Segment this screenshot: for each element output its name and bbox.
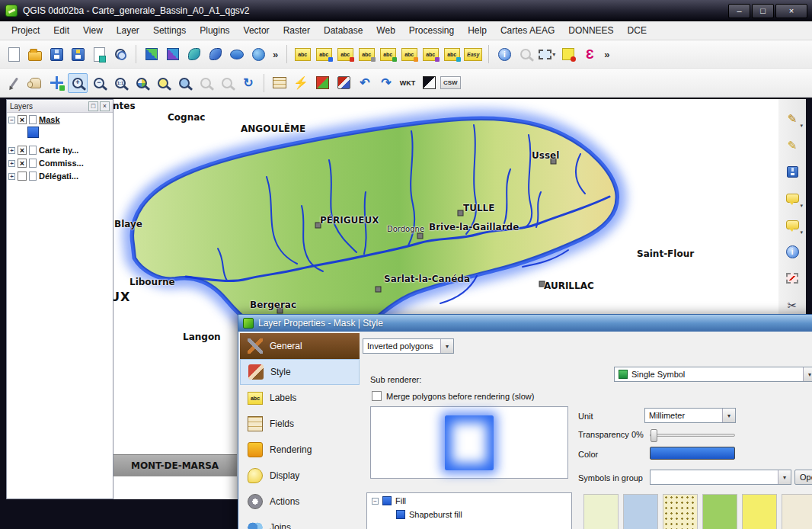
label-curved-icon[interactable]: abc	[442, 44, 462, 64]
panel-float-button[interactable]: □	[88, 101, 98, 111]
style-copy-icon[interactable]	[334, 73, 353, 93]
renderer-select[interactable]: Inverted polygons ▾	[363, 338, 454, 354]
symbol-preset-2[interactable]	[623, 494, 658, 529]
mask-symbol-row[interactable]	[7, 126, 113, 143]
tree-row-shapeburst[interactable]: Shapeburst fill	[367, 507, 571, 521]
wkt-tool-icon[interactable]: WKT	[398, 73, 417, 93]
refresh-map-icon[interactable]: ↻	[238, 73, 258, 93]
measure-icon[interactable]	[516, 44, 535, 64]
menu-processing[interactable]: Processing	[402, 22, 461, 39]
form-annotation-icon[interactable]	[558, 44, 578, 64]
symbols-group-select[interactable]: ▾	[650, 470, 791, 485]
pan-to-selection-icon[interactable]	[46, 73, 66, 93]
label-icon[interactable]: abc	[293, 44, 312, 64]
field-calculator-icon[interactable]: ⚡	[291, 73, 311, 93]
symbol-preset-4[interactable]	[702, 494, 737, 529]
menu-web[interactable]: Web	[369, 22, 401, 39]
symbol-type-select[interactable]: Single Symbol ▾	[614, 367, 812, 382]
zoom-native-icon[interactable]: 1:1	[110, 73, 130, 93]
label-change-icon[interactable]: abc	[420, 44, 440, 64]
tab-rendering[interactable]: Rendering	[240, 437, 360, 463]
identify-cursor-icon[interactable]: i	[782, 242, 802, 261]
layer-diff-icon[interactable]	[312, 73, 332, 93]
menu-help[interactable]: Help	[461, 22, 494, 39]
new-composer-icon[interactable]	[89, 44, 109, 64]
touch-zoom-icon[interactable]	[4, 73, 24, 93]
tree-row-fill[interactable]: − Fill	[367, 493, 571, 507]
symbol-preset-6[interactable]	[782, 494, 812, 529]
toolbar-overflow2-icon[interactable]: »	[601, 49, 612, 60]
tab-labels[interactable]: abc Labels	[240, 385, 360, 411]
identify-features-icon[interactable]: i	[494, 44, 514, 64]
zoom-out-icon[interactable]: −	[89, 73, 109, 93]
menu-vector[interactable]: Vector	[237, 22, 277, 39]
text-callout-icon[interactable]: ▾	[782, 188, 802, 208]
menu-layer[interactable]: Layer	[110, 22, 146, 39]
form-callout-icon[interactable]: ▾	[782, 215, 802, 235]
cut-features-icon[interactable]: ✂	[782, 295, 802, 315]
layer-row-commiss[interactable]: + × Commiss...	[7, 156, 113, 169]
add-oracle-layer-icon[interactable]	[227, 44, 247, 64]
redo-icon[interactable]: ↷	[376, 73, 396, 93]
color-button[interactable]	[650, 447, 735, 460]
dialog-title-bar[interactable]: Layer Properties - Mask | Style	[238, 315, 812, 332]
merge-polygons-checkbox[interactable]	[372, 391, 382, 401]
menu-project[interactable]: Project	[5, 22, 46, 39]
menu-donnees[interactable]: DONNEES	[561, 22, 620, 39]
label-add-icon[interactable]: abc	[314, 44, 334, 64]
attribute-table-icon[interactable]	[270, 73, 289, 93]
layer-row-carte[interactable]: + × Carte hy...	[7, 143, 113, 156]
zoom-next-icon[interactable]	[217, 73, 237, 93]
annotation-dropdown-icon[interactable]: ▾	[800, 123, 803, 129]
tab-actions[interactable]: Actions	[240, 489, 360, 515]
symbol-preset-5[interactable]	[742, 494, 777, 529]
new-spatialite-layer-icon[interactable]	[163, 44, 183, 64]
select-features-icon[interactable]: ▾	[537, 44, 557, 64]
zoom-in-icon[interactable]: +	[68, 73, 88, 93]
symbol-preset-3[interactable]	[663, 494, 698, 529]
zoom-to-selection-icon[interactable]	[153, 73, 173, 93]
menu-cartes-aeag[interactable]: Cartes AEAG	[494, 22, 561, 39]
menu-view[interactable]: View	[76, 22, 110, 39]
tab-fields[interactable]: Fields	[240, 411, 360, 437]
symbols-group-dropdown-icon[interactable]: ▾	[778, 470, 791, 484]
label-highlight-icon[interactable]: abc	[356, 44, 376, 64]
save-project-as-icon[interactable]	[68, 44, 88, 64]
layer-row-delegati[interactable]: + Délégati...	[7, 169, 113, 182]
menu-raster[interactable]: Raster	[277, 22, 317, 39]
annotation-pencil-icon[interactable]: ✎▾	[782, 108, 802, 128]
open-library-button[interactable]: Ope	[794, 470, 812, 485]
expand-icon[interactable]: +	[8, 173, 15, 180]
tab-joins[interactable]: Joins	[240, 515, 360, 529]
pan-map-icon[interactable]	[25, 73, 45, 93]
tab-display[interactable]: Display	[240, 463, 360, 489]
invert-colors-icon[interactable]	[419, 73, 439, 93]
save-edits-icon[interactable]	[782, 162, 802, 181]
save-project-icon[interactable]	[46, 44, 66, 64]
label-pin-icon[interactable]: abc	[335, 44, 355, 64]
label-rotate-icon[interactable]: abc	[399, 44, 419, 64]
panel-close-button[interactable]: ×	[100, 101, 110, 111]
new-geopackage-layer-icon[interactable]	[184, 44, 204, 64]
symbol-preset-1[interactable]	[583, 494, 619, 529]
close-button[interactable]: ×	[775, 4, 807, 18]
layers-panel-header[interactable]: Layers □ ×	[7, 100, 113, 113]
tree-collapse-icon[interactable]: −	[372, 498, 379, 505]
transparency-slider-thumb[interactable]	[651, 429, 657, 442]
menu-dce[interactable]: DCE	[621, 22, 654, 39]
menu-edit[interactable]: Edit	[46, 22, 76, 39]
tab-style[interactable]: Style	[240, 359, 360, 385]
select-dropdown-icon[interactable]: ▾	[552, 51, 555, 58]
open-project-icon[interactable]	[25, 44, 45, 64]
expand-icon[interactable]: +	[8, 160, 15, 167]
renderer-dropdown-icon[interactable]: ▾	[440, 339, 453, 353]
zoom-last-icon[interactable]	[196, 73, 216, 93]
title-bar[interactable]: QGIS 0dd02ba - Carte_generale_Bassin_A0_…	[0, 0, 812, 21]
tab-general[interactable]: General	[240, 333, 360, 359]
add-wms-layer-icon[interactable]	[248, 44, 268, 64]
layer-mask-checkbox[interactable]: ×	[18, 115, 27, 124]
layer-carte-checkbox[interactable]: ×	[18, 146, 27, 155]
epsilon-tool-icon[interactable]: Ɛ	[580, 44, 599, 64]
draw-pen-icon[interactable]: ✎	[782, 135, 802, 155]
unit-select[interactable]: Millimeter ▾	[644, 408, 736, 423]
